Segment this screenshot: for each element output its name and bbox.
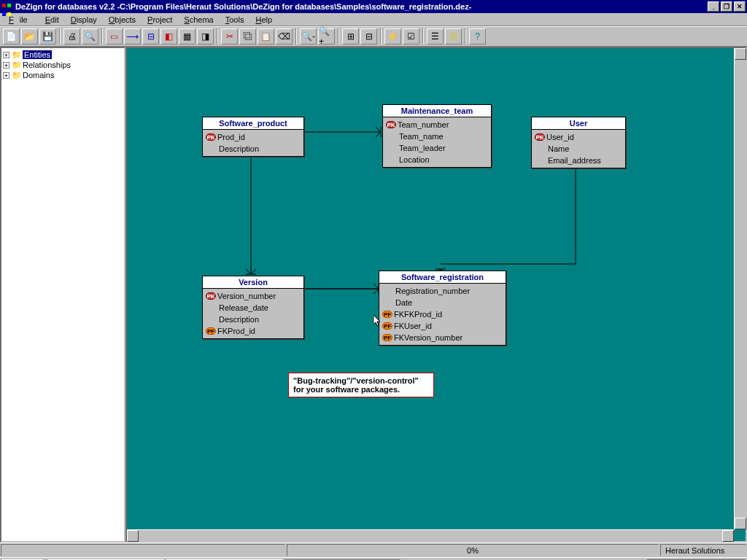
menu-display[interactable]: Display [65,14,103,26]
status-right: Heraut Solutions [660,544,746,556]
domain-button[interactable]: ◧ [160,28,177,44]
attribute-row[interactable]: Description [206,143,301,155]
menu-edit[interactable]: Edit [39,14,65,26]
arrange-button[interactable]: ⊟ [360,28,377,44]
attribute-name: Location [399,155,430,165]
entity-title: Maintenance_team [383,105,491,117]
format-button[interactable]: ◨ [197,28,214,44]
check-button[interactable]: ☑ [445,28,462,44]
diagram-canvas[interactable]: Software_productPKProd_idDescriptionMain… [127,48,746,541]
attribute-row[interactable]: PFFKUser_id [382,320,503,332]
attribute-name: FKUser_id [394,321,432,331]
menu-file[interactable]: File [3,14,39,26]
key-spacer [535,157,546,164]
attribute-row[interactable]: PKUser_id [535,131,622,143]
entity-maintenance_team[interactable]: Maintenance_teamPKTeam_numberTeam_nameTe… [382,104,492,168]
print-button[interactable]: 🖨 [63,28,80,44]
print-preview-button[interactable]: 🔍 [82,28,98,44]
list-button[interactable]: ☰ [427,28,444,44]
attribute-name: Name [548,144,569,154]
attribute-name: FKProd_id [217,326,255,336]
entity-title: Software_product [203,117,303,130]
attribute-name: Date [395,298,412,308]
maximize-button[interactable]: ❐ [721,1,732,12]
open-button[interactable]: 📂 [21,28,38,44]
attribute-name: Version_number [217,291,276,301]
tree-item-entities[interactable]: +📁Entities [3,50,123,60]
attribute-row[interactable]: Release_date [206,302,301,314]
zoom-in-button[interactable]: 🔍+ [318,28,335,44]
save-button[interactable]: 💾 [39,28,56,44]
attribute-row[interactable]: PFFKProd_id [206,325,301,337]
foreign-key-icon: PF [206,327,216,335]
attribute-row[interactable]: Description [206,314,301,325]
entity-user[interactable]: UserPKUser_idNameEmail_address [531,117,626,168]
menu-help[interactable]: Help [249,14,278,26]
attribute-row[interactable]: Email_address [535,155,622,166]
cut-button[interactable]: ✂ [221,28,238,44]
new-button[interactable]: 📄 [3,28,20,44]
attribute-name: Prod_id [217,132,245,142]
key-spacer [206,145,217,152]
attribute-row[interactable]: PFFKVersion_number [382,332,503,343]
copy-button[interactable]: ⿻ [239,28,256,44]
attribute-row[interactable]: PKProd_id [206,131,301,143]
attribute-row[interactable]: Registration_number [382,285,503,297]
foreign-key-icon: PF [382,334,392,341]
attribute-row[interactable]: Date [382,297,503,308]
menu-project[interactable]: Project [142,14,178,26]
attribute-row[interactable]: Location [386,154,488,166]
attribute-row[interactable]: Name [535,143,622,155]
horizontal-scrollbar[interactable] [127,529,734,541]
status-left [1,544,285,556]
tree-item-domains[interactable]: +📁Domains [3,70,123,80]
tree-label: Relationships [23,61,71,69]
primary-key-icon: PK [206,292,216,300]
menu-objects[interactable]: Objects [103,14,142,26]
key-spacer [386,133,398,140]
expand-icon[interactable]: + [3,52,9,58]
primary-key-icon: PK [206,133,216,141]
zoom-out-button[interactable]: 🔍- [300,28,317,44]
delete-button[interactable]: ⌫ [276,28,293,44]
menu-schema[interactable]: Schema [178,14,219,26]
attribute-row[interactable]: Team_name [386,131,488,142]
note-button[interactable]: ▦ [179,28,196,44]
object-tree[interactable]: +📁Entities+📁Relationships+📁Domains [0,47,125,542]
help-button[interactable]: ? [469,28,486,44]
align-button[interactable]: ⊞ [342,28,359,44]
attribute-name: Registration_number [395,286,470,296]
diagram-note[interactable]: "Bug-tracking"/"version-control" for you… [288,373,434,397]
close-button[interactable]: ✕ [734,1,746,12]
tree-label: Domains [23,71,54,79]
taskbar: Start ▣Arachnophilia 3.9 - [H:\dez...▣Ex… [0,557,747,560]
attribute-name: Team_number [398,120,449,130]
attribute-row[interactable]: Team_leader [386,142,488,154]
folder-icon: 📁 [12,61,20,69]
vertical-scrollbar[interactable] [734,48,746,529]
attribute-name: FKFKProd_id [394,309,442,319]
entity-software_product[interactable]: Software_productPKProd_idDescription [202,117,304,157]
attribute-row[interactable]: PKTeam_number [386,119,488,131]
entity-title: Software_registration [379,271,506,284]
entity-button[interactable]: ▭ [106,28,123,44]
menu-tools[interactable]: Tools [220,14,250,26]
attribute-row[interactable]: PFFKFKProd_id [382,308,503,320]
validate-button[interactable]: ☑ [403,28,419,44]
generate-button[interactable]: ⚡ [384,28,401,44]
diagram-canvas-wrap: Software_productPKProd_idDescriptionMain… [125,47,747,542]
minimize-button[interactable]: _ [708,1,719,12]
entity-software_registration[interactable]: Software_registrationRegistration_number… [379,271,506,346]
app-icon [1,1,13,12]
entity-version[interactable]: VersionPKVersion_numberRelease_dateDescr… [202,276,304,339]
key-spacer [386,156,398,163]
expand-icon[interactable]: + [3,62,9,69]
tree-label: Entities [23,50,52,59]
expand-icon[interactable]: + [3,72,9,79]
attribute-name: FKVersion_number [394,332,462,343]
submodel-button[interactable]: ⊟ [142,28,159,44]
relationship-button[interactable]: ⟶ [124,28,141,44]
attribute-row[interactable]: PKVersion_number [206,290,301,302]
paste-button[interactable]: 📋 [258,28,274,44]
tree-item-relationships[interactable]: +📁Relationships [3,60,123,70]
